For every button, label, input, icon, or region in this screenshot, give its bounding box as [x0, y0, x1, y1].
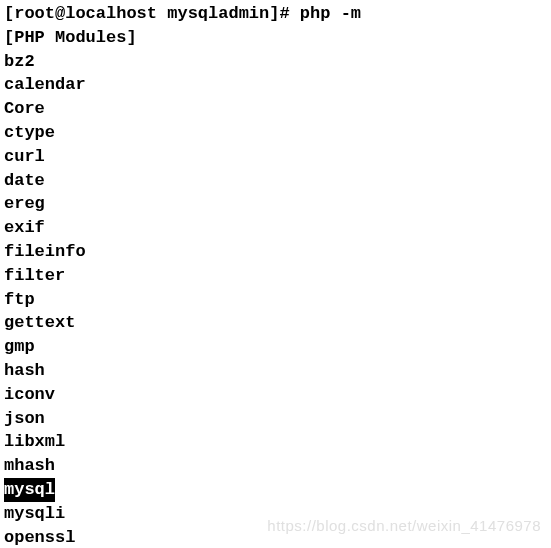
module-line: filter — [4, 264, 547, 288]
module-line: json — [4, 407, 547, 431]
module-line: curl — [4, 145, 547, 169]
module-line: Core — [4, 97, 547, 121]
module-line: ereg — [4, 192, 547, 216]
module-line: ftp — [4, 288, 547, 312]
modules-header: [PHP Modules] — [4, 26, 547, 50]
module-line: libxml — [4, 430, 547, 454]
module-line: fileinfo — [4, 240, 547, 264]
module-line: hash — [4, 359, 547, 383]
command-text: php -m — [300, 4, 361, 23]
module-line: gettext — [4, 311, 547, 335]
module-line: gmp — [4, 335, 547, 359]
module-line: mysql — [4, 478, 547, 502]
module-line: ctype — [4, 121, 547, 145]
highlighted-module: mysql — [4, 478, 55, 502]
module-line: exif — [4, 216, 547, 240]
modules-list: bz2calendarCorectypecurldateeregexiffile… — [4, 50, 547, 548]
module-line: calendar — [4, 73, 547, 97]
module-line: bz2 — [4, 50, 547, 74]
shell-prompt: [root@localhost mysqladmin]# — [4, 4, 300, 23]
module-line: mhash — [4, 454, 547, 478]
terminal-prompt-line: [root@localhost mysqladmin]# php -m — [4, 2, 547, 26]
module-line: iconv — [4, 383, 547, 407]
watermark-text: https://blog.csdn.net/weixin_41476978 — [267, 515, 541, 536]
module-line: date — [4, 169, 547, 193]
